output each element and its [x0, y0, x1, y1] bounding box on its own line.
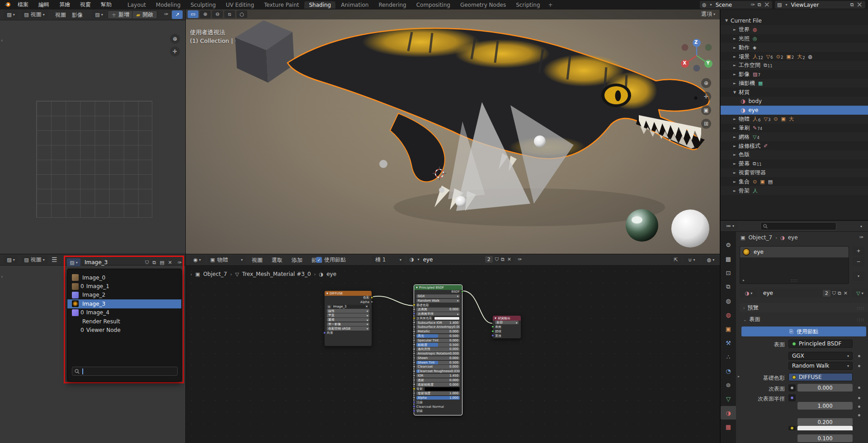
copy-icon[interactable]: ⧉	[755, 2, 764, 8]
node-menu-row[interactable]: 單一影像▾	[327, 322, 369, 326]
node-value[interactable]: Specular Tint0.000	[416, 339, 460, 342]
hamburger-menu-icon[interactable]: ☰	[52, 256, 57, 263]
node-menu[interactable]: 線性▾	[327, 309, 369, 312]
input-socket[interactable]	[491, 334, 494, 337]
subsurface-radius-value-2[interactable]: 0.100	[797, 434, 853, 442]
current-image-name[interactable]: Image_3	[85, 259, 143, 266]
keyframe-decorator[interactable]	[858, 397, 860, 399]
browse-material-dropdown[interactable]: ◑▾	[740, 289, 758, 298]
outliner-row-色版[interactable]: ►色版	[721, 150, 868, 159]
keyframe-decorator[interactable]	[858, 387, 860, 389]
workspace-tab-rendering[interactable]: Rendering	[374, 1, 410, 9]
workspace-tab-animation[interactable]: Animation	[336, 1, 373, 9]
open-image-button[interactable]: ▰開啟	[132, 10, 157, 19]
node-slider[interactable]: Alpha1.000	[416, 396, 460, 400]
properties-tab-object[interactable]: ▣	[721, 322, 736, 336]
properties-tab-physics[interactable]: ◔	[721, 364, 736, 378]
node-image-row[interactable]: ▨Image_3✕	[327, 305, 369, 308]
overlays-toggle[interactable]: ◍▾	[702, 256, 719, 264]
node-row-透射[interactable]: 透射0.000	[416, 378, 460, 382]
node-slider[interactable]: 粗糙度0.500	[416, 343, 460, 346]
node-menu[interactable]: 平直▾	[327, 313, 369, 317]
node-row-粗糙度[interactable]: 粗糙度0.500	[416, 343, 460, 346]
workspace-tab-uv-editing[interactable]: UV Editing	[221, 1, 259, 9]
pin-icon[interactable]: ✑	[751, 2, 755, 8]
expand-arrow-icon[interactable]: ►	[732, 46, 737, 50]
node-menu-row[interactable]: 線性▾	[327, 309, 369, 312]
topbar-menu-檔案[interactable]: 檔案	[13, 1, 33, 9]
properties-tab-modifiers[interactable]: ⚒	[721, 336, 736, 350]
properties-tab-scene[interactable]: ◍	[721, 294, 736, 308]
node-menu-row[interactable]: 重複▾	[327, 318, 369, 322]
image-list-item-image_0[interactable]: Image_0	[67, 273, 181, 282]
unlink-x-icon[interactable]: ✕	[841, 290, 850, 296]
breadcrumb-object[interactable]: Object_7	[748, 234, 772, 241]
outliner-row-集合[interactable]: ►集合⊙▣▤	[721, 177, 868, 186]
viewport-zoom-icon[interactable]: ⊕	[701, 78, 711, 88]
users-count[interactable]: 2	[823, 290, 830, 297]
image-editor-canvas[interactable]: ‹ ⊕ ✛	[0, 20, 185, 254]
properties-tab-material[interactable]: ◑	[721, 406, 736, 420]
properties-tab-tool[interactable]: ⚙	[721, 238, 736, 252]
pin-icon[interactable]: ✑	[174, 260, 183, 266]
node-slider[interactable]: Clearcoat Roughness0.030	[416, 369, 460, 373]
node-value[interactable]: 各向異性0.000	[416, 347, 460, 351]
input-socket[interactable]	[491, 330, 494, 333]
viewport-ortho-toggle-icon[interactable]: ⊞	[701, 119, 711, 129]
expand-arrow-icon[interactable]: ►	[732, 81, 737, 85]
node-row-sheen-tint[interactable]: Sheen Tint0.500	[416, 361, 460, 364]
use-nodes-checkbox[interactable]: ✓ 使用節點	[316, 256, 346, 264]
copy-icon[interactable]: ⧉	[501, 256, 505, 262]
node-menu[interactable]: 次表面半徑▾	[416, 312, 460, 316]
axis-y-label[interactable]: Y	[707, 61, 710, 65]
base-color-link[interactable]: DIFFUSE	[788, 373, 853, 381]
navigation-gizmo[interactable]: Z X Y	[677, 36, 717, 75]
expand-arrow-icon[interactable]: ►	[732, 171, 737, 175]
node-menu-row[interactable]: 平直▾	[327, 313, 369, 317]
input-socket[interactable]	[413, 312, 415, 315]
editor-type-dropdown[interactable]: ▨▾	[4, 256, 18, 264]
input-socket[interactable]	[413, 321, 415, 324]
browse-image-dropdown[interactable]: ▨▾	[67, 258, 80, 266]
add-slot-button[interactable]: +	[853, 246, 864, 256]
outliner-row-攝影機[interactable]: ►攝影機▦	[721, 79, 868, 88]
shader-menu-添加[interactable]: 添加	[287, 255, 307, 266]
subsurface-value-slider[interactable]: 0.000	[797, 384, 853, 392]
breadcrumb-material[interactable]: eye	[788, 234, 798, 241]
color-swatch[interactable]	[434, 317, 460, 320]
properties-search-box[interactable]	[760, 222, 836, 230]
link-target-dropdown[interactable]: ▽▾	[852, 289, 868, 298]
expand-arrow-icon[interactable]: ►	[732, 55, 737, 59]
node-row-ior[interactable]: IOR1.450	[416, 374, 460, 378]
distribution-menu[interactable]: GGX▾	[788, 352, 853, 360]
copy-icon[interactable]: ⧉	[838, 290, 841, 296]
topbar-menu-視窗[interactable]: 視窗	[75, 1, 96, 9]
node-row-高光[interactable]: 高光0.500	[416, 334, 460, 338]
subsurface-color-swatch[interactable]	[797, 426, 853, 430]
shader-menu-視圖[interactable]: 視圖	[247, 255, 267, 266]
outliner-row-影像[interactable]: ►影像▨7	[721, 70, 868, 79]
input-socket[interactable]	[413, 352, 415, 355]
node-row-次表面[interactable]: 次表面0.000	[416, 308, 460, 311]
input-socket[interactable]	[413, 343, 415, 346]
material-name-field[interactable]: eye 2 ⛉ ⧉ ✕	[760, 289, 850, 298]
topbar-menu-算繪[interactable]: 算繪	[54, 1, 75, 9]
viewlayer-selector[interactable]: ▨▾ ViewLayer ⧉ ✕	[775, 1, 865, 9]
outliner-row-eye[interactable]: ◑eye	[721, 106, 868, 115]
workspace-tab-sculpting[interactable]: Sculpting	[186, 1, 220, 9]
blender-logo[interactable]	[4, 1, 11, 8]
snap-toggle[interactable]: ∪▾	[683, 256, 700, 264]
node-image-texture[interactable]: ▾DIFFUSE 色彩Alpha▨Image_3✕線性▾平直▾重複▾單一影像▾色…	[324, 290, 372, 346]
editor-type-dropdown[interactable]: ▨▾	[4, 10, 18, 19]
region-collapse-chevron[interactable]: ‹	[1, 37, 3, 43]
node-row-subsurface-ior[interactable]: Subsurface IOR1.400	[416, 321, 460, 324]
node-value[interactable]: 次表面0.000	[416, 308, 460, 311]
expand-arrow-icon[interactable]: ►	[732, 144, 737, 148]
fake-user-shield-icon[interactable]: ⛉	[143, 260, 151, 266]
input-socket[interactable]	[413, 361, 415, 364]
keyframe-decorator[interactable]	[858, 365, 860, 367]
properties-tab-object-data[interactable]: ▽	[721, 392, 736, 406]
node-row-各向異性[interactable]: 各向異性0.000	[416, 347, 460, 351]
expand-arrow-icon[interactable]: ►	[732, 28, 737, 32]
input-socket[interactable]	[413, 308, 415, 311]
